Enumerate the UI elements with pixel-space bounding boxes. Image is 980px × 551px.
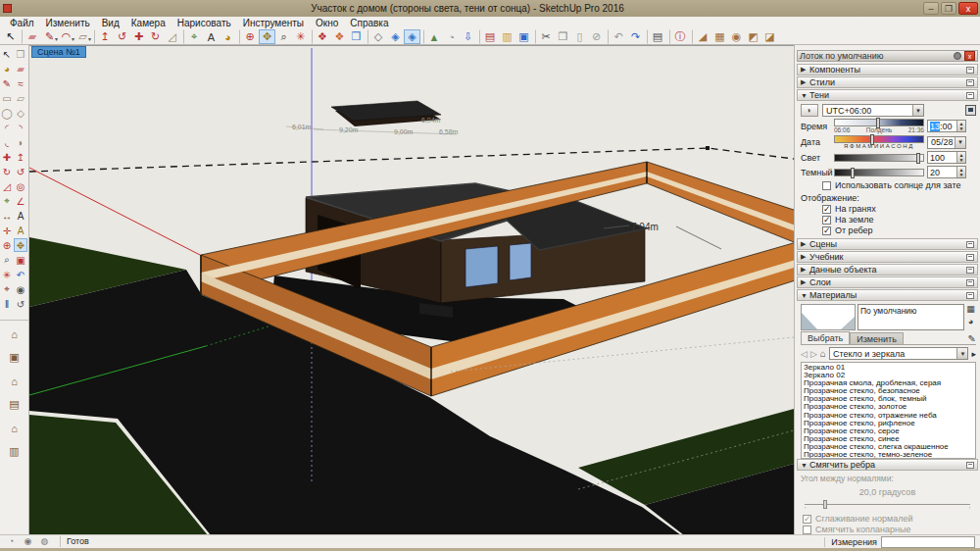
eraser-tool[interactable]: ▰ [22,29,41,44]
material-name-field[interactable]: По умолчанию [858,304,964,330]
detach-icon[interactable] [966,92,974,99]
share-component-button[interactable]: ▣ [7,350,23,365]
menu-edit[interactable]: Изменить [40,17,96,29]
create-material-icon[interactable]: ▦ [965,304,976,315]
scene-tab[interactable]: Сцена №1 [31,46,86,58]
tab-edit[interactable]: Изменить [850,332,904,344]
paint-bucket-tool[interactable]: ◕ [0,62,14,75]
pie-tool[interactable]: ◗ [14,135,27,149]
detach-icon[interactable] [966,279,974,286]
time-spinner[interactable]: 13:00 ▲▼ [927,120,966,132]
display-section-cuts-button[interactable]: ◈ [404,29,420,44]
section-plane-tool[interactable]: ◇ [368,29,387,44]
smoove-button[interactable]: ◉ [728,29,745,44]
user-icon[interactable]: ◍ [39,536,50,547]
axes-tool[interactable]: ✛ [0,224,14,237]
from-edges-checkbox[interactable] [822,226,831,235]
close-button[interactable]: x [958,2,978,15]
back-icon[interactable]: ◁ [801,349,808,359]
polygon-tool[interactable]: ◇ [14,106,27,120]
tape-measure-tool[interactable]: ⌖ [0,194,14,208]
turn-tool[interactable]: ↺ [14,297,27,311]
text-tool[interactable]: A [203,29,220,44]
select-tool[interactable]: ↖ [2,29,19,44]
print-button[interactable]: ▤ [647,29,666,44]
line-tool[interactable]: ✎ [0,76,14,90]
section-entity-info[interactable]: ▶ Данные объекта [797,264,978,276]
dimension-tool[interactable]: ↔ [0,209,14,223]
detach-icon[interactable] [966,292,974,299]
dark-slider[interactable] [834,169,924,176]
date-select[interactable]: 05/28 ▼ [927,136,966,149]
scale-tool[interactable]: ◿ [164,29,180,44]
display-section-planes-button[interactable]: ◈ [387,29,404,44]
restore-button[interactable]: ❐ [941,2,956,15]
model-info-button[interactable]: ⓘ [669,29,689,44]
eraser-tool[interactable]: ▰ [14,62,27,75]
paste-button[interactable]: ▯ [571,29,588,44]
dark-spinner[interactable]: 20 ▲▼ [927,166,966,178]
push-pull-tool[interactable]: ↥ [94,29,114,44]
tape-measure-tool[interactable]: ⌖ [183,29,203,44]
arc-tool[interactable]: ◜ [0,121,14,134]
on-faces-checkbox[interactable] [822,205,831,214]
move-tool[interactable]: ✚ [130,29,147,44]
delete-button[interactable]: ⊘ [588,29,605,44]
credits-icon[interactable]: ◉ [23,536,33,547]
section-components[interactable]: ▶ Компоненты [797,64,978,75]
smooth-normals-checkbox[interactable] [803,515,811,524]
section-soften-edges[interactable]: ▼ Смягчить ребра [797,459,978,471]
detach-icon[interactable] [966,67,974,74]
details-icon[interactable]: ▸ [971,349,976,359]
pan-tool[interactable]: ✥ [14,238,27,252]
menu-view[interactable]: Вид [96,17,125,29]
zoom-tool[interactable]: ⌕ [0,253,14,267]
timezone-select[interactable]: UTC+06:00 ▼ [822,104,924,117]
tray-close-icon[interactable]: x [964,51,975,61]
menu-window[interactable]: Окно [310,17,344,29]
three-point-arc-tool[interactable]: ◟ [0,135,14,149]
measurements-input[interactable] [881,536,975,548]
component-options-button[interactable]: ❖ [331,29,348,44]
on-ground-checkbox[interactable] [822,216,831,225]
open-button[interactable]: ▥ [499,29,515,44]
sandbox-from-contours-button[interactable]: ◢ [692,29,711,44]
menu-draw[interactable]: Нарисовать [172,17,237,29]
paint-bucket-tool[interactable]: ◕ [220,29,236,44]
spinner-arrows-icon[interactable]: ▲▼ [956,121,965,131]
shapes-tool[interactable]: ▱ [74,29,91,44]
detach-icon[interactable] [966,79,974,86]
light-slider[interactable] [834,154,924,162]
detach-icon[interactable] [966,241,974,248]
drape-button[interactable]: ◪ [761,29,778,44]
cut-button[interactable]: ✂ [535,29,555,44]
select-tool[interactable]: ↖ [0,47,14,61]
look-around-tool[interactable]: ◉ [14,282,27,296]
material-category-select[interactable]: Стекло и зеркала ▼ [829,347,969,360]
protractor-tool[interactable]: ∠ [14,194,27,208]
eyedropper-icon[interactable]: ✎ [968,333,976,344]
arc-tool[interactable]: ◠ [58,29,74,44]
angle-slider[interactable]: '' [805,500,970,510]
paint-texture-icon[interactable]: ◕ [965,317,976,327]
get-models-button[interactable]: ⇩ [460,29,476,44]
section-shadows[interactable]: ▼ Тени [797,89,978,101]
follow-me-tool[interactable]: ↺ [114,29,130,44]
move-tool[interactable]: ✚ [0,150,14,164]
toggle-terrain-button[interactable]: ◔ [443,29,460,44]
forward-icon[interactable]: ▷ [810,349,817,359]
use-sun-checkbox[interactable] [822,181,831,190]
share-model-button[interactable]: ⌂ [7,374,23,388]
detach-icon[interactable] [966,462,974,469]
menu-help[interactable]: Справка [344,17,394,29]
toggle-shadows-button[interactable]: ◗ [801,104,818,117]
spinner-arrows-icon[interactable]: ▲▼ [956,167,965,177]
section-styles[interactable]: ▶ Стили [797,76,978,88]
new-button[interactable]: ▤ [479,29,499,44]
push-pull-tool[interactable]: ↥ [14,150,27,164]
minimize-button[interactable]: – [923,2,939,15]
rectangle-tool[interactable]: ▭ [0,91,14,105]
orbit-tool[interactable]: ⊕ [239,29,259,44]
viewport-canvas[interactable]: 6,01m 9,20m 9,00m 6,04m 6,58m [29,45,794,534]
menu-file[interactable]: Файл [4,17,40,29]
